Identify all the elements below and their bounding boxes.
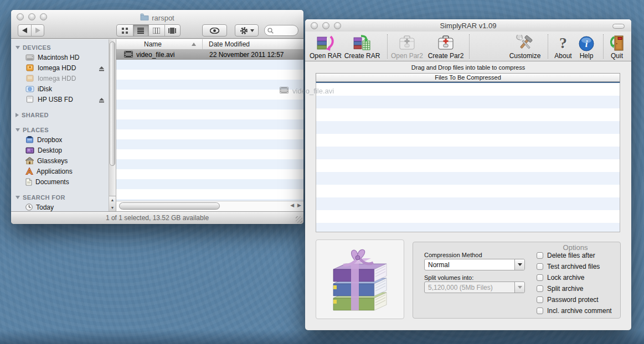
- view-mode-control: [116, 24, 181, 37]
- options-title: Options: [537, 243, 614, 252]
- simplyrar-titlebar: SimplyRAR v1.09: [305, 19, 631, 32]
- action-menu-button[interactable]: [235, 24, 259, 37]
- scroll-up-icon[interactable]: ▲: [111, 198, 115, 202]
- sidebar-item-macintosh-hd[interactable]: Macintosh HD: [11, 52, 109, 62]
- split-volumes-dropdown[interactable]: 5,120,000 (5Mb Files): [424, 282, 525, 293]
- customize-button[interactable]: Customize: [506, 33, 544, 60]
- scroll-down-icon[interactable]: ▼: [111, 206, 115, 210]
- quicklook-button[interactable]: [202, 24, 227, 37]
- sidebar-item-documents[interactable]: Documents: [11, 176, 109, 187]
- dropdown-button[interactable]: [514, 259, 524, 270]
- minimize-button[interactable]: [322, 22, 329, 29]
- dropdown-button[interactable]: [514, 282, 524, 293]
- column-header-name[interactable]: Name: [144, 40, 162, 48]
- checkbox-test-archived-files[interactable]: Test archived files: [537, 263, 600, 270]
- open-rar-button[interactable]: Open RAR: [308, 33, 343, 60]
- disclosure-triangle-icon[interactable]: [16, 46, 20, 49]
- usb-drive-icon: [25, 96, 34, 103]
- sidebar-item-hp-usb-fd[interactable]: HP USB FD: [11, 94, 109, 105]
- disclosure-triangle-icon[interactable]: [16, 128, 20, 132]
- open-rar-icon: [317, 34, 334, 51]
- simplyrar-toolbar: Open RAR Create RAR Open Par2 Create Par…: [305, 32, 631, 61]
- column-view-button[interactable]: [148, 25, 164, 36]
- column-header-date-modified[interactable]: Date Modified: [209, 40, 250, 48]
- sidebar-scrollbar[interactable]: ▲ ▼: [109, 39, 116, 211]
- quit-button[interactable]: Quit: [604, 33, 630, 60]
- winrar-books-icon: [329, 245, 391, 314]
- sidebar-section-places[interactable]: PLACES: [11, 125, 109, 134]
- folder-proxy-icon[interactable]: [140, 13, 149, 22]
- checkbox-icon[interactable]: [537, 285, 543, 292]
- checkbox-password-protect[interactable]: Password protect: [537, 296, 599, 304]
- checkbox-icon[interactable]: [537, 274, 543, 281]
- checkbox-icon[interactable]: [537, 307, 543, 314]
- sidebar-scrollbar-thumb[interactable]: [110, 41, 115, 166]
- sidebar-section-search-for[interactable]: SEARCH FOR: [11, 192, 109, 202]
- svg-text:i: i: [585, 39, 588, 49]
- sidebar-item-today[interactable]: Today: [11, 202, 109, 211]
- file-list[interactable]: video_file.avi 22 November 2011 12:57: [116, 50, 303, 201]
- compression-method-dropdown[interactable]: Normal: [424, 259, 525, 270]
- files-table-header[interactable]: Files To Be Compressed: [316, 73, 620, 82]
- checkbox-split-archive[interactable]: Split archive: [537, 285, 583, 293]
- eject-icon[interactable]: [99, 65, 104, 73]
- collapse-lozenge-button[interactable]: [612, 24, 625, 29]
- help-button[interactable]: i Help: [573, 33, 600, 60]
- clock-icon: [25, 204, 33, 211]
- disclosure-triangle-icon[interactable]: [16, 113, 19, 117]
- sidebar-item-iomega-hdd-dimmed[interactable]: Iomega HDD: [11, 73, 109, 84]
- scroll-right-icon[interactable]: ▶: [297, 202, 301, 208]
- toolbar-separator: [548, 34, 548, 59]
- home-icon: [25, 157, 34, 164]
- eye-icon: [210, 28, 219, 34]
- chevron-down-icon: [518, 286, 522, 289]
- gear-icon: [240, 27, 248, 35]
- dropbox-icon: [25, 136, 34, 143]
- files-table[interactable]: Files To Be Compressed: [316, 73, 620, 232]
- column-divider[interactable]: [202, 39, 203, 49]
- sidebar-item-applications[interactable]: Applications: [11, 166, 109, 176]
- horizontal-scrollbar-arrows[interactable]: ◀ ▶: [290, 202, 301, 208]
- checkbox-delete-files-after[interactable]: Delete files after: [537, 252, 595, 259]
- open-par2-button[interactable]: Open Par2: [388, 33, 426, 60]
- checkbox-incl-archive-comment[interactable]: Incl. archive comment: [537, 307, 612, 315]
- window-controls: [311, 22, 341, 29]
- coverflow-view-button[interactable]: [164, 25, 181, 36]
- search-field[interactable]: [264, 25, 298, 36]
- sidebar-section-devices[interactable]: DEVICES: [11, 43, 109, 52]
- file-date-modified: 22 November 2011 12:57: [209, 51, 284, 59]
- sidebar-item-desktop[interactable]: Desktop: [11, 145, 109, 155]
- checkbox-icon[interactable]: [537, 296, 543, 303]
- settings-panel: Options Compression Method Normal Split …: [413, 242, 621, 319]
- resize-grip[interactable]: [296, 216, 302, 223]
- sidebar-scrollbar-arrows[interactable]: ▲ ▼: [109, 196, 116, 211]
- sidebar-section-shared[interactable]: SHARED: [11, 110, 109, 119]
- icon-view-button[interactable]: [117, 25, 133, 36]
- forward-button[interactable]: [31, 25, 44, 36]
- files-table-body[interactable]: [316, 82, 620, 232]
- horizontal-scrollbar[interactable]: ◀ ▶: [116, 201, 303, 211]
- zoom-button[interactable]: [334, 22, 341, 29]
- column-view-icon: [153, 28, 160, 34]
- scroll-left-icon[interactable]: ◀: [290, 202, 294, 208]
- list-view-button[interactable]: [133, 25, 149, 36]
- create-par2-button[interactable]: Create Par2: [426, 33, 465, 60]
- checkbox-lock-archive[interactable]: Lock archive: [537, 274, 584, 282]
- close-button[interactable]: [311, 22, 318, 29]
- finder-titlebar-toolbar: rarspot: [11, 10, 303, 39]
- disclosure-triangle-icon[interactable]: [16, 196, 20, 199]
- checkbox-icon[interactable]: [537, 263, 543, 270]
- coverflow-view-icon: [168, 28, 176, 34]
- sidebar-item-idisk[interactable]: iDisk: [11, 84, 109, 94]
- eject-icon[interactable]: [99, 97, 104, 105]
- checkbox-icon[interactable]: [537, 252, 543, 259]
- window-title: SimplyRAR v1.09: [440, 22, 497, 30]
- table-row[interactable]: video_file.avi 22 November 2011 12:57: [116, 50, 303, 60]
- sidebar-item-dropbox[interactable]: Dropbox: [11, 134, 109, 145]
- horizontal-scrollbar-thumb[interactable]: [119, 202, 220, 210]
- sidebar-item-glasskeys-home[interactable]: Glasskeys: [11, 155, 109, 166]
- back-button[interactable]: [18, 25, 31, 36]
- create-rar-button[interactable]: Create RAR: [344, 33, 380, 60]
- drop-hint-text: Drag and Drop files into table to compre…: [305, 64, 631, 71]
- sidebar-item-iomega-hdd[interactable]: Iomega HDD: [11, 62, 109, 73]
